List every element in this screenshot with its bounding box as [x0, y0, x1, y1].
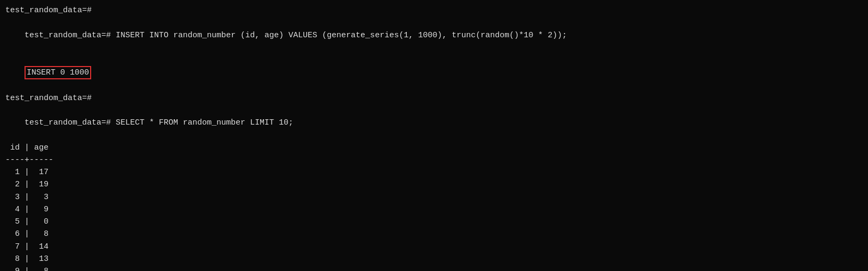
table-row-6: 6 | 8	[5, 228, 863, 240]
table-row-8: 8 | 13	[5, 253, 863, 265]
terminal-window: test_random_data=# test_random_data=# IN…	[5, 4, 863, 271]
table-row-2: 2 | 19	[5, 178, 863, 191]
line-5: test_random_data=# SELECT * FROM random_…	[5, 104, 863, 142]
line-2: test_random_data=# INSERT INTO random_nu…	[5, 17, 863, 54]
command-2: INSERT INTO random_number (id, age) VALU…	[116, 31, 567, 40]
table-row-7: 7 | 14	[5, 241, 863, 253]
table-separator: ----+-----	[5, 154, 863, 166]
table-header: id | age	[5, 142, 863, 154]
line-3: INSERT 0 1000	[5, 54, 863, 92]
table-row-5: 5 | 0	[5, 216, 863, 228]
table-row-3: 3 | 3	[5, 191, 863, 203]
table-row-1: 1 | 17	[5, 166, 863, 178]
table-row-4: 4 | 9	[5, 203, 863, 216]
insert-result: INSERT 0 1000	[25, 66, 91, 79]
line-1: test_random_data=#	[5, 4, 863, 17]
command-5: SELECT * FROM random_number LIMIT 10;	[116, 118, 293, 127]
line-4: test_random_data=#	[5, 92, 863, 104]
prompt-5: test_random_data=#	[25, 118, 116, 127]
table-row-9: 9 | 8	[5, 265, 863, 271]
prompt-2: test_random_data=#	[25, 31, 116, 40]
